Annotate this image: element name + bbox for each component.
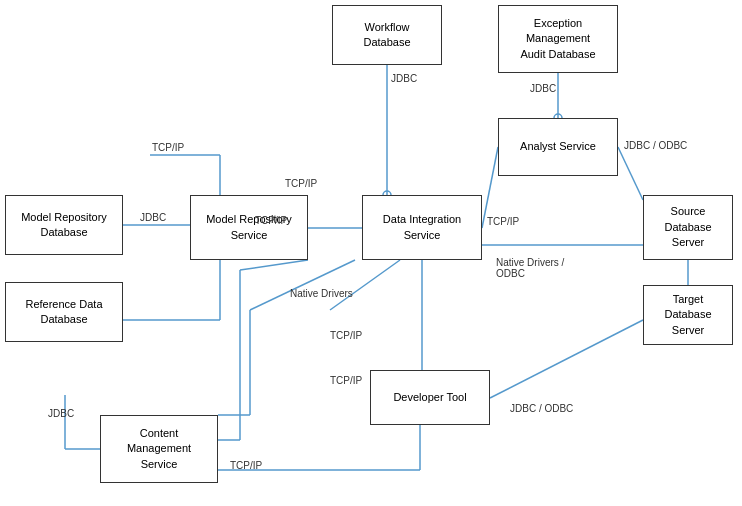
analyst-service-box: Analyst Service — [498, 118, 618, 176]
source-db-box: SourceDatabaseServer — [643, 195, 733, 260]
workflow-database-label: WorkflowDatabase — [363, 20, 410, 51]
label-jdbc-workflow: JDBC — [391, 73, 417, 84]
source-db-label: SourceDatabaseServer — [664, 204, 711, 250]
exception-db-label: ExceptionManagementAudit Database — [520, 16, 595, 62]
label-native-drivers: Native Drivers — [290, 288, 353, 299]
content-mgmt-label: ContentManagementService — [127, 426, 191, 472]
label-native-drivers-odbc: Native Drivers /ODBC — [496, 257, 564, 279]
label-jdbc-odbc-analyst: JDBC / ODBC — [624, 140, 687, 151]
target-db-box: TargetDatabaseServer — [643, 285, 733, 345]
label-tcpip-dev2: TCP/IP — [330, 375, 362, 386]
model-repo-db-label: Model RepositoryDatabase — [21, 210, 107, 241]
workflow-database-box: WorkflowDatabase — [332, 5, 442, 65]
label-tcpip-3: TCP/IP — [255, 215, 287, 226]
label-jdbc-odbc-dev: JDBC / ODBC — [510, 403, 573, 414]
reference-data-db-box: Reference DataDatabase — [5, 282, 123, 342]
svg-line-13 — [490, 320, 643, 398]
content-mgmt-box: ContentManagementService — [100, 415, 218, 483]
exception-db-box: ExceptionManagementAudit Database — [498, 5, 618, 73]
developer-tool-box: Developer Tool — [370, 370, 490, 425]
svg-line-3 — [618, 147, 643, 200]
data-integration-label: Data IntegrationService — [383, 212, 461, 243]
reference-data-db-label: Reference DataDatabase — [25, 297, 102, 328]
label-tcpip-4: TCP/IP — [487, 216, 519, 227]
architecture-diagram: WorkflowDatabase ExceptionManagementAudi… — [0, 0, 742, 506]
model-repo-db-box: Model RepositoryDatabase — [5, 195, 123, 255]
svg-line-22 — [250, 260, 355, 310]
label-tcpip-1: TCP/IP — [152, 142, 184, 153]
label-jdbc-model: JDBC — [140, 212, 166, 223]
label-tcpip-2: TCP/IP — [285, 178, 317, 189]
label-jdbc-content: JDBC — [48, 408, 74, 419]
developer-tool-label: Developer Tool — [393, 390, 466, 405]
svg-line-21 — [240, 260, 308, 270]
label-tcpip-dev1: TCP/IP — [330, 330, 362, 341]
svg-line-11 — [330, 260, 400, 310]
model-repo-service-box: Model RepositoryService — [190, 195, 308, 260]
analyst-service-label: Analyst Service — [520, 139, 596, 154]
label-jdbc-exception: JDBC — [530, 83, 556, 94]
data-integration-box: Data IntegrationService — [362, 195, 482, 260]
label-tcpip-content: TCP/IP — [230, 460, 262, 471]
target-db-label: TargetDatabaseServer — [664, 292, 711, 338]
